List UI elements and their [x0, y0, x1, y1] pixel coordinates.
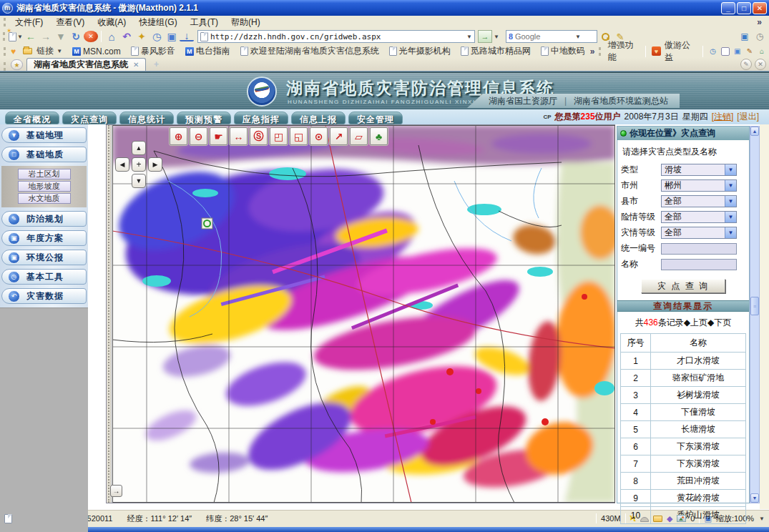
identify-tool[interactable]: ⊙ [310, 127, 328, 145]
minimize-button[interactable]: _ [721, 2, 735, 14]
forward-button[interactable]: → [39, 30, 53, 44]
favorites-heart-icon[interactable]: ♥ [11, 46, 16, 56]
table-row[interactable]: 6下东溪滑坡 [621, 438, 746, 455]
nav-tab-emergency-command[interactable]: 应急指挥 [234, 112, 288, 124]
search-box[interactable]: 8 ▼ [506, 30, 597, 43]
danger-level-select[interactable]: 全部▼ [661, 211, 737, 223]
table-row[interactable]: 4下僮滑坡 [621, 404, 746, 421]
chevron-down-icon[interactable]: ▼ [725, 227, 736, 238]
disaster-point-link[interactable]: 下僮滑坡 [651, 404, 746, 421]
table-row[interactable]: 9黄花岭滑坡 [621, 490, 746, 507]
sidebar-item-basic-tools[interactable]: ◷ 基本工具 [1, 269, 87, 285]
table-row[interactable]: 1才口水滑坡 [621, 353, 746, 370]
disaster-point-link[interactable]: 骆家恒矿滑地 [651, 370, 746, 387]
zoom-dropdown-icon[interactable]: ▼ [759, 516, 765, 522]
disaster-point-link[interactable]: 黄花岭滑坡 [651, 490, 746, 507]
disaster-point-link[interactable]: 才口水滑坡 [651, 353, 746, 370]
link-geo-env-monitoring[interactable]: 湖南省地质环境监测总站 [574, 95, 668, 107]
links-folder[interactable]: 链接▼ [18, 45, 67, 57]
query-button[interactable]: 灾 点 查 询 [641, 279, 725, 293]
bookmark-hunan-geohazard[interactable]: 欢迎登陆湖南省地质灾害信息系统 [235, 45, 384, 57]
sidebar-item-annual-plan[interactable]: ▣ 年度方案 [1, 230, 87, 246]
charity-heart-icon[interactable]: ♥ [652, 46, 661, 56]
stop-button[interactable]: ✕ [84, 31, 98, 42]
close-button[interactable]: ✕ [753, 2, 767, 14]
zoom-out-tool[interactable]: ⊖ [190, 127, 207, 145]
nav-tab-info-report[interactable]: 信息上报 [291, 112, 346, 124]
link-land-resources-dept[interactable]: 湖南省国土资源厅 [489, 95, 557, 107]
sidebar-sub-rock-soil-zoning[interactable]: 岩土区划 [18, 169, 71, 179]
tab-active[interactable]: 湖南省地质灾害信息系统 ✕ [26, 58, 146, 71]
scrollbar-thumb[interactable]: ≡ [750, 297, 759, 315]
download-button[interactable]: ↓ [180, 31, 194, 41]
prev-page-link[interactable]: 上页 [690, 317, 707, 327]
tab-tools-button[interactable]: ✎ [740, 59, 752, 70]
go-button[interactable]: → [478, 30, 492, 43]
new-tab-plus-button[interactable]: + [149, 59, 163, 69]
chevron-down-icon[interactable]: ▼ [725, 212, 736, 222]
sidebar-sub-hydrogeology[interactable]: 水文地质 [18, 193, 71, 204]
home-building-icon[interactable]: ⌂ [758, 47, 766, 56]
bookmark-radio-guide[interactable]: M电台指南 [180, 45, 235, 57]
tab-list-close-button[interactable]: ✕ [755, 59, 766, 70]
scroll-down-icon[interactable]: ▼ [750, 493, 759, 503]
search-input[interactable] [515, 32, 572, 41]
home-button[interactable]: ⌂ [104, 30, 119, 44]
measure-distance-tool[interactable]: ↔ [230, 127, 248, 145]
restore-button[interactable]: □ [737, 2, 751, 14]
pan-up-button[interactable]: ▲ [132, 141, 146, 155]
maxthon-charity-link[interactable]: 傲游公益 [665, 39, 697, 64]
disaster-point-link[interactable]: 衫树垅滑坡 [651, 387, 746, 404]
disaster-point-link[interactable]: 长塘滑坡 [651, 421, 746, 438]
bookmark-msn[interactable]: MMSN.com [67, 46, 126, 56]
disaster-point-link[interactable]: 下东溪滑坡 [651, 455, 746, 473]
menu-view[interactable]: 查看(V) [49, 16, 91, 29]
bookmark-photo-studio[interactable]: 光年摄影机构 [384, 45, 456, 57]
new-tab-button[interactable]: ✶▼ [9, 30, 23, 44]
menu-overflow-chevron-icon[interactable]: » [757, 17, 766, 27]
next-page-link[interactable]: 下页 [714, 317, 731, 327]
scroll-up-icon[interactable]: ▲ [750, 127, 759, 136]
sidebar-item-base-geography[interactable]: ▼ 基础地理 [1, 127, 87, 143]
type-select[interactable]: 滑坡▼ [661, 164, 737, 176]
link-panels-button[interactable]: ▣ [165, 30, 179, 44]
search-engine-dropdown-icon[interactable]: ▼ [575, 34, 581, 40]
links-overflow-chevron-icon[interactable]: » [590, 46, 595, 56]
zoom-in-tool[interactable]: ⊕ [170, 127, 187, 145]
city-select[interactable]: 郴州▼ [661, 179, 737, 192]
table-row[interactable]: 5长塘滑坡 [621, 421, 746, 438]
menu-favorites[interactable]: 收藏(A) [91, 16, 132, 29]
tab-close-icon[interactable]: ✕ [133, 61, 139, 69]
disaster-point-link[interactable]: 下东溪滑坡 [651, 438, 746, 455]
pan-tool[interactable]: ☛ [210, 127, 227, 145]
select-rect-tool[interactable]: ◱ [290, 127, 308, 145]
recent-pages-dropdown-icon[interactable]: ▼ [54, 30, 68, 44]
menu-file[interactable]: 文件(F) [9, 16, 49, 29]
logout-link[interactable]: [注销] [712, 111, 734, 123]
sidebar-item-prevention-planning[interactable]: ✎ 防治规划 [1, 211, 87, 227]
magic-fill-button[interactable]: ✦ [134, 30, 149, 44]
go-dropdown-icon[interactable]: ▼ [494, 34, 499, 40]
chevron-down-icon[interactable]: ▼ [725, 164, 736, 175]
sidebar-item-disaster-data[interactable]: ↶ 灾害数据 [1, 288, 87, 304]
panel-splitter[interactable] [107, 125, 112, 503]
notes-icon[interactable]: ▣ [733, 47, 742, 56]
nav-tab-disaster-query[interactable]: 灾点查询 [62, 112, 117, 124]
nav-tab-security-admin[interactable]: 安全管理 [348, 112, 403, 124]
scale-tool[interactable]: Ⓢ [250, 127, 268, 145]
unified-number-input[interactable] [661, 243, 737, 255]
sidebar-item-base-geology[interactable]: □ 基础地质 [1, 147, 87, 162]
map-expand-button[interactable]: → [110, 485, 122, 497]
zoom-rect-tool[interactable]: ◰ [270, 127, 288, 145]
favorites-star-button[interactable]: ★ [11, 59, 23, 70]
disaster-point-link[interactable]: 香炉山滑坡 [651, 507, 746, 524]
chevron-down-icon[interactable]: ▼ [725, 196, 736, 207]
back-button[interactable]: ← [24, 30, 38, 44]
name-input[interactable] [661, 259, 737, 270]
refresh-button[interactable]: ↻ [69, 30, 83, 44]
pan-left-button[interactable]: ◀ [115, 157, 129, 172]
messenger-icon[interactable]: ◷ [709, 47, 717, 56]
county-select[interactable]: 全部▼ [661, 195, 737, 207]
address-bar[interactable]: ▼ [197, 30, 475, 43]
table-row[interactable]: 2骆家恒矿滑地 [621, 370, 746, 387]
